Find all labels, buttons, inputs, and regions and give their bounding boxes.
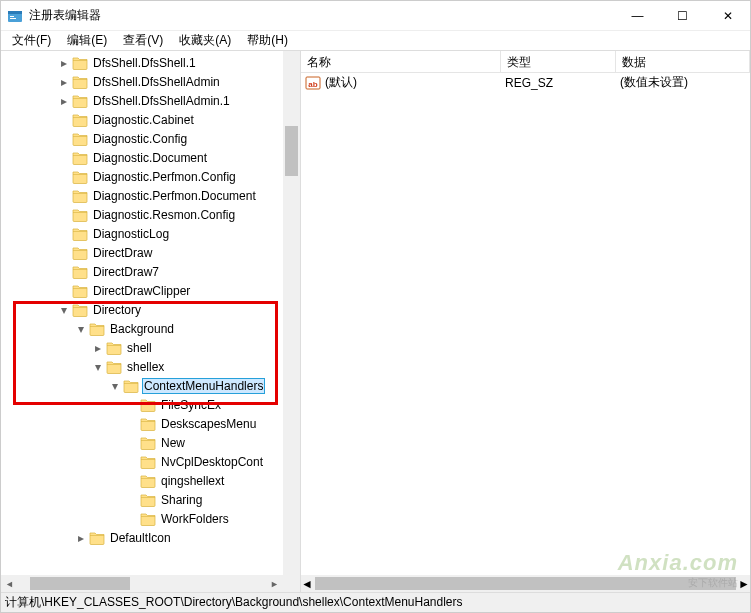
svg-rect-1: [8, 11, 22, 14]
registry-tree[interactable]: ▸DfsShell.DfsShell.1▸DfsShell.DfsShellAd…: [1, 51, 283, 575]
scrollbar-thumb[interactable]: [315, 577, 736, 590]
tree-node-label: DirectDrawClipper: [91, 283, 192, 299]
chevron-down-icon[interactable]: ▾: [74, 323, 88, 335]
scrollbar-thumb[interactable]: [30, 577, 130, 590]
minimize-button[interactable]: —: [615, 1, 660, 30]
tree-node-label: FileSyncEx: [159, 397, 223, 413]
column-data[interactable]: 数据: [616, 51, 750, 72]
column-type[interactable]: 类型: [501, 51, 616, 72]
tree-node-label: DiagnosticLog: [91, 226, 171, 242]
tree-node[interactable]: DiagnosticLog: [1, 224, 283, 243]
value-type: REG_SZ: [505, 76, 620, 90]
tree-node-label: Diagnostic.Document: [91, 150, 209, 166]
window-title: 注册表编辑器: [29, 7, 615, 24]
svg-rect-3: [10, 18, 16, 19]
scroll-left-icon[interactable]: ◄: [301, 577, 313, 591]
column-headers[interactable]: 名称 类型 数据: [301, 51, 750, 73]
menu-help[interactable]: 帮助(H): [240, 31, 295, 50]
tree-node-label: qingshellext: [159, 473, 226, 489]
tree-node[interactable]: Diagnostic.Resmon.Config: [1, 205, 283, 224]
chevron-down-icon[interactable]: ▾: [108, 380, 122, 392]
tree-node-label: DirectDraw: [91, 245, 154, 261]
close-button[interactable]: ✕: [705, 1, 750, 30]
horizontal-scrollbar[interactable]: ◄ ►: [1, 575, 283, 592]
values-panel: 名称 类型 数据 ab (默认) REG_SZ (数值未设置) ◄ ►: [301, 51, 750, 592]
scrollbar-thumb[interactable]: [285, 126, 298, 176]
tree-node-label: DfsShell.DfsShellAdmin.1: [91, 93, 232, 109]
tree-node[interactable]: ▾Background: [1, 319, 283, 338]
tree-node-label: DirectDraw7: [91, 264, 161, 280]
tree-node-label: Diagnostic.Cabinet: [91, 112, 196, 128]
tree-node[interactable]: New: [1, 433, 283, 452]
tree-node[interactable]: ▾ContextMenuHandlers: [1, 376, 283, 395]
scroll-right-icon[interactable]: ►: [738, 577, 750, 591]
tree-node-label: NvCplDesktopCont: [159, 454, 265, 470]
tree-node[interactable]: ▾Directory: [1, 300, 283, 319]
chevron-right-icon[interactable]: ▸: [57, 76, 71, 88]
tree-node[interactable]: Diagnostic.Document: [1, 148, 283, 167]
menubar: 文件(F) 编辑(E) 查看(V) 收藏夹(A) 帮助(H): [1, 31, 750, 51]
tree-node[interactable]: NvCplDesktopCont: [1, 452, 283, 471]
tree-node-label: DefaultIcon: [108, 530, 173, 546]
chevron-down-icon[interactable]: ▾: [91, 361, 105, 373]
tree-panel: ▸DfsShell.DfsShell.1▸DfsShell.DfsShellAd…: [1, 51, 301, 592]
status-bar: 计算机\HKEY_CLASSES_ROOT\Directory\Backgrou…: [1, 592, 750, 612]
tree-node-label: shellex: [125, 359, 166, 375]
tree-node[interactable]: WorkFolders: [1, 509, 283, 528]
tree-node-label: DfsShell.DfsShell.1: [91, 55, 198, 71]
scroll-left-icon[interactable]: ◄: [1, 579, 18, 589]
tree-node[interactable]: ▸shell: [1, 338, 283, 357]
scroll-right-icon[interactable]: ►: [266, 579, 283, 589]
menu-file[interactable]: 文件(F): [5, 31, 58, 50]
tree-node[interactable]: Diagnostic.Config: [1, 129, 283, 148]
tree-node[interactable]: Diagnostic.Perfmon.Document: [1, 186, 283, 205]
tree-node-label: Diagnostic.Config: [91, 131, 189, 147]
values-list[interactable]: ab (默认) REG_SZ (数值未设置): [301, 73, 750, 575]
tree-node[interactable]: DirectDraw7: [1, 262, 283, 281]
maximize-button[interactable]: ☐: [660, 1, 705, 30]
column-name[interactable]: 名称: [301, 51, 501, 72]
titlebar: 注册表编辑器 — ☐ ✕: [1, 1, 750, 31]
svg-rect-2: [10, 16, 14, 17]
menu-favorites[interactable]: 收藏夹(A): [172, 31, 238, 50]
tree-node[interactable]: ▸DfsShell.DfsShellAdmin: [1, 72, 283, 91]
chevron-right-icon[interactable]: ▸: [91, 342, 105, 354]
menu-view[interactable]: 查看(V): [116, 31, 170, 50]
status-path: 计算机\HKEY_CLASSES_ROOT\Directory\Backgrou…: [5, 594, 463, 611]
value-row[interactable]: ab (默认) REG_SZ (数值未设置): [301, 73, 750, 92]
tree-node[interactable]: FileSyncEx: [1, 395, 283, 414]
tree-node[interactable]: ▸DfsShell.DfsShellAdmin.1: [1, 91, 283, 110]
tree-node[interactable]: ▾shellex: [1, 357, 283, 376]
string-value-icon: ab: [305, 75, 321, 91]
tree-node[interactable]: Sharing: [1, 490, 283, 509]
vertical-scrollbar[interactable]: [283, 51, 300, 575]
chevron-right-icon[interactable]: ▸: [57, 95, 71, 107]
chevron-right-icon[interactable]: ▸: [74, 532, 88, 544]
chevron-down-icon[interactable]: ▾: [57, 304, 71, 316]
tree-node-label: Background: [108, 321, 176, 337]
tree-node[interactable]: DeskscapesMenu: [1, 414, 283, 433]
menu-edit[interactable]: 编辑(E): [60, 31, 114, 50]
tree-node-label: Sharing: [159, 492, 204, 508]
value-data: (数值未设置): [620, 74, 688, 91]
tree-node[interactable]: DirectDrawClipper: [1, 281, 283, 300]
tree-node-label: ContextMenuHandlers: [142, 378, 265, 394]
tree-node[interactable]: Diagnostic.Cabinet: [1, 110, 283, 129]
scrollbar-corner: [283, 575, 300, 592]
tree-node-label: Diagnostic.Resmon.Config: [91, 207, 237, 223]
tree-node-label: Diagnostic.Perfmon.Document: [91, 188, 258, 204]
tree-node-label: Diagnostic.Perfmon.Config: [91, 169, 238, 185]
tree-node-label: DfsShell.DfsShellAdmin: [91, 74, 222, 90]
tree-node[interactable]: qingshellext: [1, 471, 283, 490]
tree-node[interactable]: ▸DefaultIcon: [1, 528, 283, 547]
tree-node-label: New: [159, 435, 187, 451]
tree-node[interactable]: ▸DfsShell.DfsShell.1: [1, 53, 283, 72]
tree-node[interactable]: Diagnostic.Perfmon.Config: [1, 167, 283, 186]
chevron-right-icon[interactable]: ▸: [57, 57, 71, 69]
horizontal-scrollbar[interactable]: ◄ ►: [301, 575, 750, 592]
tree-node-label: DeskscapesMenu: [159, 416, 258, 432]
tree-node-label: WorkFolders: [159, 511, 231, 527]
tree-node-label: shell: [125, 340, 154, 356]
tree-node[interactable]: DirectDraw: [1, 243, 283, 262]
svg-text:ab: ab: [308, 80, 317, 89]
